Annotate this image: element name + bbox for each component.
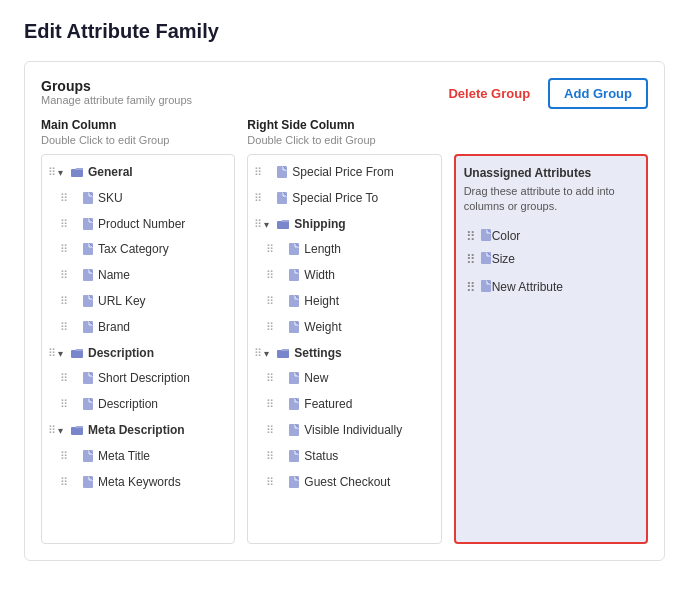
list-item[interactable]: ⠿ ▾ Tax Category [46, 238, 230, 264]
file-icon [276, 165, 288, 184]
file-icon [82, 268, 94, 287]
folder-icon [276, 217, 290, 236]
drag-handle-icon: ⠿ [466, 280, 476, 295]
list-item[interactable]: ⠿ ▾ Meta Keywords [46, 471, 230, 497]
list-item[interactable]: ⠿ ▾ Length [252, 238, 436, 264]
drag-handle-icon: ⠿ [266, 268, 274, 283]
svg-rect-18 [289, 295, 299, 307]
drag-handle-icon: ⠿ [266, 423, 274, 438]
svg-rect-21 [289, 372, 299, 384]
list-item[interactable]: ⠿ ▾ General [46, 161, 230, 187]
svg-rect-9 [83, 398, 93, 410]
file-icon [82, 371, 94, 390]
item-label: Description [88, 345, 154, 362]
list-item[interactable]: ⠿ ▾ Short Description [46, 367, 230, 393]
drag-handle-icon: ⠿ [48, 423, 56, 438]
expand-icon[interactable]: ▾ [58, 347, 68, 361]
item-label: Height [304, 293, 339, 310]
drag-handle-icon: ⠿ [48, 165, 56, 180]
column-divider [442, 118, 454, 544]
list-item[interactable]: ⠿ ▾ Product Number [46, 213, 230, 239]
file-icon [288, 371, 300, 390]
drag-handle-icon: ⠿ [266, 294, 274, 309]
list-item[interactable]: ⠿ ▾ Weight [252, 316, 436, 342]
item-label: Tax Category [98, 241, 169, 258]
list-item[interactable]: ⠿ ▾ URL Key [46, 290, 230, 316]
svg-rect-6 [83, 321, 93, 333]
drag-handle-icon: ⠿ [60, 475, 68, 490]
drag-handle-icon: ⠿ [60, 320, 68, 335]
list-item[interactable]: ⠿ ▾ Special Price To [252, 187, 436, 213]
unassigned-title: Unassigned Attributes [464, 166, 638, 180]
add-group-button[interactable]: Add Group [548, 78, 648, 109]
list-item[interactable]: ⠿ ▾ Featured [252, 393, 436, 419]
list-item[interactable]: ⠿ ▾ Width [252, 264, 436, 290]
list-item[interactable]: ⠿ ▾ Meta Title [46, 445, 230, 471]
item-label: URL Key [98, 293, 146, 310]
item-label: Short Description [98, 370, 190, 387]
item-label: Weight [304, 319, 341, 336]
file-icon [480, 279, 492, 296]
list-item[interactable]: ⠿ ▾ Height [252, 290, 436, 316]
svg-rect-1 [83, 192, 93, 204]
item-label: Meta Keywords [98, 474, 181, 491]
main-column-scroll[interactable]: ⠿ ▾ General ⠿ ▾ SKU [41, 154, 235, 544]
item-label: Description [98, 396, 158, 413]
drag-handle-icon: ⠿ [60, 217, 68, 232]
file-icon [82, 475, 94, 494]
drag-handle-icon: ⠿ [60, 242, 68, 257]
svg-rect-24 [289, 450, 299, 462]
expand-icon[interactable]: ▾ [264, 218, 274, 232]
file-icon [288, 397, 300, 416]
expand-icon[interactable]: ▾ [264, 347, 274, 361]
list-item[interactable]: ⠿ ▾ Shipping [252, 213, 436, 239]
unassigned-area[interactable]: Unassigned Attributes Drag these attribu… [454, 154, 648, 544]
list-item[interactable]: ⠿ ▾ Settings [252, 342, 436, 368]
unassigned-column: Placeholder Placeholder Unassigned Attri… [454, 118, 648, 544]
list-item[interactable]: ⠿ ▾ Name [46, 264, 230, 290]
list-item[interactable]: ⠿ ▾ Description [46, 342, 230, 368]
list-item[interactable]: ⠿ ▾ Visible Individually [252, 419, 436, 445]
file-icon [288, 268, 300, 287]
list-item[interactable]: ⠿ New Attribute [464, 271, 638, 299]
list-item[interactable]: ⠿ ▾ SKU [46, 187, 230, 213]
svg-rect-13 [277, 166, 287, 178]
svg-rect-26 [481, 229, 491, 241]
file-icon [288, 320, 300, 339]
file-icon [82, 320, 94, 339]
list-item[interactable]: ⠿ ▾ Guest Checkout [252, 471, 436, 497]
svg-rect-8 [83, 372, 93, 384]
list-item[interactable]: ⠿ ▾ Status [252, 445, 436, 471]
list-item[interactable]: ⠿ ▾ New [252, 367, 436, 393]
folder-icon [70, 165, 84, 184]
expand-icon[interactable]: ▾ [58, 166, 68, 180]
list-item[interactable]: ⠿ ▾ Special Price From [252, 161, 436, 187]
right-column-scroll[interactable]: ⠿ ▾ Special Price From ⠿ ▾ Special [247, 154, 441, 544]
list-item[interactable]: ⠿ ▾ Brand [46, 316, 230, 342]
drag-handle-icon: ⠿ [60, 294, 68, 309]
drag-handle-icon: ⠿ [466, 229, 476, 244]
item-label: Width [304, 267, 335, 284]
list-item[interactable]: ⠿ ▾ Meta Description [46, 419, 230, 445]
svg-rect-2 [83, 218, 93, 230]
list-item[interactable]: ⠿ Size [464, 248, 638, 271]
svg-rect-17 [289, 269, 299, 281]
top-buttons: Delete Group Add Group [438, 78, 648, 109]
svg-rect-3 [83, 243, 93, 255]
drag-handle-icon: ⠿ [266, 397, 274, 412]
drag-handle-icon: ⠿ [60, 449, 68, 464]
list-item[interactable]: ⠿ ▾ Description [46, 393, 230, 419]
file-icon [82, 449, 94, 468]
drag-handle-icon: ⠿ [254, 165, 262, 180]
item-label: General [88, 164, 133, 181]
file-icon [276, 191, 288, 210]
item-label: New Attribute [492, 280, 563, 294]
folder-icon [276, 346, 290, 365]
expand-icon[interactable]: ▾ [58, 424, 68, 438]
delete-group-button[interactable]: Delete Group [438, 80, 540, 107]
list-item[interactable]: ⠿ Color [464, 225, 638, 248]
item-label: Shipping [294, 216, 345, 233]
right-column-title: Right Side Column [247, 118, 441, 132]
svg-rect-0 [71, 169, 83, 177]
groups-section: Groups Manage attribute family groups De… [24, 61, 665, 561]
